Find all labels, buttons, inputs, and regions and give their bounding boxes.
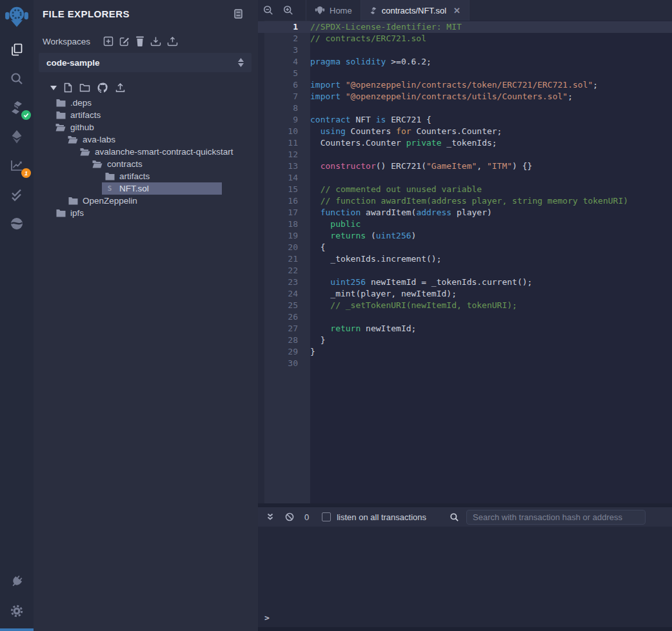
line-number[interactable]: 29 <box>264 346 298 358</box>
line-number[interactable]: 16 <box>264 195 298 207</box>
download-workspaces-icon[interactable] <box>150 36 161 46</box>
tab-close-icon[interactable]: ✕ <box>453 6 460 15</box>
line-number[interactable]: 21 <box>264 253 298 265</box>
tree-item-artifacts[interactable]: artifacts <box>34 109 258 121</box>
tree-item-avalanche-smart-contract-quickstart[interactable]: avalanche-smart-contract-quickstart <box>34 146 258 158</box>
line-number[interactable]: 26 <box>264 311 298 323</box>
code-line[interactable]: 12 <box>258 149 672 160</box>
solidity-compiler-icon[interactable] <box>7 98 26 117</box>
clear-console-icon[interactable] <box>282 512 297 521</box>
collapse-chevron-icon[interactable] <box>50 86 57 90</box>
code-editor[interactable]: 1//SPDX-License-Identifier: MIT2// contr… <box>258 21 672 503</box>
tab-home[interactable]: Home <box>306 0 361 21</box>
zoom-out-icon[interactable] <box>258 0 278 21</box>
code-line[interactable]: 30 <box>258 358 672 369</box>
restore-workspaces-icon[interactable] <box>167 36 178 46</box>
create-workspace-icon[interactable] <box>103 36 114 46</box>
code-line[interactable]: 16 // function awardItem(address player,… <box>258 195 672 207</box>
book-docs-icon[interactable] <box>234 9 242 19</box>
code-line[interactable]: 25 // _setTokenURI(newItemId, tokenURI); <box>258 300 672 311</box>
code-line[interactable]: 26 <box>258 311 672 323</box>
line-number[interactable]: 13 <box>264 160 298 172</box>
line-number[interactable]: 3 <box>264 44 298 56</box>
rename-workspace-icon[interactable] <box>119 36 130 46</box>
line-number[interactable]: 27 <box>264 323 298 335</box>
code-line[interactable]: 29} <box>258 346 672 358</box>
unit-testing-icon[interactable] <box>7 185 26 204</box>
line-number[interactable]: 7 <box>264 91 298 102</box>
code-line[interactable]: 7import "@openzeppelin/contracts/utils/C… <box>258 91 672 102</box>
listen-transactions-checkbox[interactable] <box>322 512 331 521</box>
new-folder-icon[interactable] <box>79 83 90 92</box>
line-number[interactable]: 24 <box>264 288 298 300</box>
code-line[interactable]: 1//SPDX-License-Identifier: MIT <box>258 21 672 33</box>
line-number[interactable]: 5 <box>264 68 298 79</box>
code-line[interactable]: 5 <box>258 68 672 79</box>
publish-gist-icon[interactable] <box>115 83 125 93</box>
tree-item-openzeppelin[interactable]: OpenZeppelin <box>34 195 258 207</box>
delete-workspace-icon[interactable] <box>135 36 144 46</box>
code-line[interactable]: 6import "@openzeppelin/contracts/token/E… <box>258 79 672 91</box>
code-line[interactable]: 2// contracts/ERC721.sol <box>258 33 672 44</box>
line-number[interactable]: 10 <box>264 126 298 137</box>
code-line[interactable]: 13 constructor() ERC721("GameItem", "ITM… <box>258 160 672 172</box>
line-number[interactable]: 18 <box>264 218 298 230</box>
tree-item-ipfs[interactable]: ipfs <box>34 207 258 219</box>
line-number[interactable]: 19 <box>264 230 298 242</box>
file-explorer-icon[interactable] <box>7 40 26 59</box>
search-icon[interactable] <box>7 69 26 88</box>
settings-gear-icon[interactable] <box>7 601 26 621</box>
github-clone-icon[interactable] <box>97 83 108 93</box>
code-line[interactable]: 23 uint256 newItemId = _tokenIds.current… <box>258 277 672 288</box>
sourcify-icon[interactable] <box>7 214 26 233</box>
tree-item-github[interactable]: github <box>34 121 258 133</box>
line-number[interactable]: 14 <box>264 172 298 184</box>
line-number[interactable]: 12 <box>264 149 298 160</box>
code-line[interactable]: 10 using Counters for Counters.Counter; <box>258 126 672 137</box>
line-number[interactable]: 22 <box>264 265 298 277</box>
code-line[interactable]: 9contract NFT is ERC721 { <box>258 114 672 126</box>
tree-item-artifacts[interactable]: artifacts <box>34 170 258 182</box>
code-line[interactable]: 15 // commented out unused variable <box>258 184 672 195</box>
line-number[interactable]: 28 <box>264 335 298 346</box>
terminal-expand-icon[interactable] <box>263 513 277 521</box>
line-number[interactable]: 20 <box>264 242 298 253</box>
line-number[interactable]: 17 <box>264 207 298 218</box>
new-file-icon[interactable] <box>64 83 72 93</box>
code-line[interactable]: 11 Counters.Counter private _tokenIds; <box>258 137 672 149</box>
line-number[interactable]: 2 <box>264 33 298 44</box>
line-number[interactable]: 23 <box>264 277 298 288</box>
tree-item--deps[interactable]: .deps <box>34 97 258 109</box>
code-line[interactable]: 8 <box>258 102 672 114</box>
code-line[interactable]: 19 returns (uint256) <box>258 230 672 242</box>
code-line[interactable]: 14 <box>258 172 672 184</box>
line-number[interactable]: 9 <box>264 114 298 126</box>
line-number[interactable]: 8 <box>264 102 298 114</box>
line-number[interactable]: 25 <box>264 300 298 311</box>
line-number[interactable]: 30 <box>264 358 298 369</box>
tree-item-contracts[interactable]: contracts <box>34 158 258 170</box>
terminal-output[interactable]: > <box>258 527 672 631</box>
code-line[interactable]: 27 return newItemId; <box>258 323 672 335</box>
plugin-manager-icon[interactable] <box>7 572 26 591</box>
line-number[interactable]: 15 <box>264 184 298 195</box>
tab-nft-sol[interactable]: contracts/NFT.sol ✕ <box>361 0 469 21</box>
tree-item-ava-labs[interactable]: ava-labs <box>34 133 258 146</box>
code-line[interactable]: 3 <box>258 44 672 56</box>
code-line[interactable]: 20 { <box>258 242 672 253</box>
code-line[interactable]: 22 <box>258 265 672 277</box>
line-number[interactable]: 6 <box>264 79 298 91</box>
remix-logo-icon[interactable] <box>0 0 34 34</box>
workspace-select[interactable]: code-sample <box>39 53 252 72</box>
code-line[interactable]: 17 function awardItem(address player) <box>258 207 672 218</box>
zoom-in-icon[interactable] <box>278 0 298 21</box>
code-line[interactable]: 28 } <box>258 335 672 346</box>
code-line[interactable]: 4pragma solidity >=0.6.2; <box>258 56 672 68</box>
line-number[interactable]: 4 <box>264 56 298 68</box>
analytics-icon[interactable]: 1 <box>7 156 26 175</box>
line-number[interactable]: 11 <box>264 137 298 149</box>
code-line[interactable]: 18 public <box>258 218 672 230</box>
deploy-run-icon[interactable] <box>7 127 26 146</box>
terminal-search-input[interactable] <box>466 510 646 525</box>
code-line[interactable]: 21 _tokenIds.increment(); <box>258 253 672 265</box>
